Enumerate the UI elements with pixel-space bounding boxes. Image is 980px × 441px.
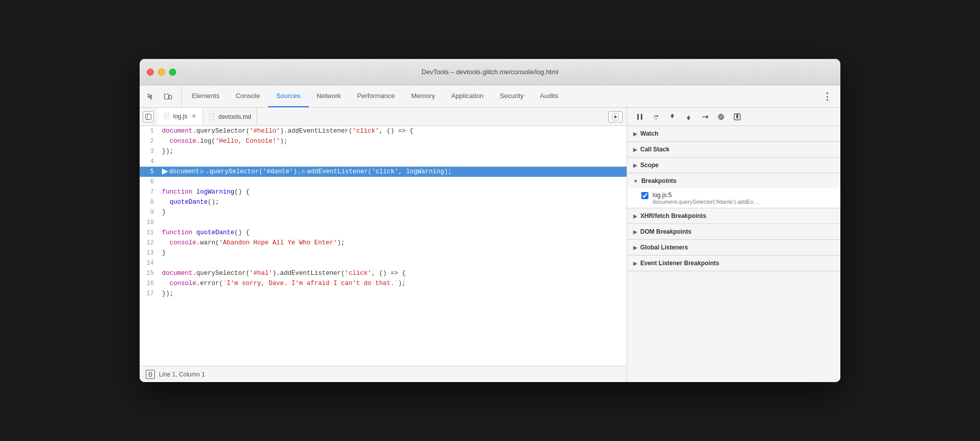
- file-tab-close[interactable]: ✕: [190, 113, 198, 120]
- chevron-right-icon-4: ▶: [633, 213, 637, 219]
- debug-toolbar: [627, 108, 840, 126]
- svg-marker-5: [614, 115, 617, 118]
- svg-rect-2: [146, 114, 151, 119]
- tab-audits[interactable]: Audits: [532, 85, 566, 107]
- code-editor[interactable]: 1 document.querySelector('#hello').addEv…: [140, 126, 627, 366]
- format-icon[interactable]: {}: [146, 370, 155, 379]
- section-breakpoints-label: Breakpoints: [641, 177, 676, 184]
- cursor-position: Line 1, Column 1: [159, 371, 205, 378]
- more-tabs-button[interactable]: ⋮: [820, 89, 834, 104]
- tabs-bar: Elements Console Sources Network Perform…: [140, 85, 840, 108]
- code-line-6: 6: [140, 177, 627, 187]
- panel-toggle-button[interactable]: [143, 111, 154, 122]
- section-scope-label: Scope: [640, 162, 659, 169]
- section-breakpoints-header[interactable]: ▼ Breakpoints: [627, 173, 840, 188]
- tab-console[interactable]: Console: [227, 85, 268, 107]
- step-button[interactable]: [698, 110, 711, 123]
- step-into-button[interactable]: [666, 110, 679, 123]
- breakpoint-info: log.js:5 document.querySelector('#dante'…: [652, 192, 759, 205]
- code-line-2: 2 console.log('Hello, Console!');: [140, 136, 627, 146]
- svg-rect-6: [637, 114, 639, 120]
- section-call-stack-header[interactable]: ▶ Call Stack: [627, 142, 840, 157]
- section-global-header[interactable]: ▶ Global Listeners: [627, 240, 840, 255]
- tab-application[interactable]: Application: [443, 85, 492, 107]
- section-scope-header[interactable]: ▶ Scope: [627, 158, 840, 173]
- file-tab-label: log.js: [173, 113, 187, 120]
- section-xhr-breakpoints: ▶ XHR/fetch Breakpoints: [627, 208, 840, 224]
- traffic-lights: [140, 69, 176, 76]
- tab-memory[interactable]: Memory: [403, 85, 443, 107]
- pause-resume-button[interactable]: [633, 110, 646, 123]
- section-watch: ▶ Watch: [627, 126, 840, 142]
- svg-rect-11: [672, 114, 673, 116]
- file-tabs-bar: 📄 log.js ✕ 📄 devtools.md: [140, 108, 627, 126]
- section-scope: ▶ Scope: [627, 158, 840, 173]
- minimize-button[interactable]: [158, 69, 165, 76]
- section-breakpoints: ▼ Breakpoints log.js:5 document.querySel…: [627, 173, 840, 208]
- devtools-body: 📄 log.js ✕ 📄 devtools.md: [140, 108, 840, 382]
- devtools-window: DevTools – devtools.glitch.me/console/lo…: [140, 59, 840, 382]
- breakpoint-location: log.js:5: [652, 192, 759, 199]
- maximize-button[interactable]: [169, 69, 176, 76]
- code-line-5: 5 document.querySelector('#dante').addEv…: [140, 167, 627, 177]
- file-tab-devtoolsmd[interactable]: 📄 devtools.md: [203, 108, 257, 125]
- chevron-right-icon-6: ▶: [633, 245, 637, 250]
- tab-elements[interactable]: Elements: [184, 85, 227, 107]
- code-line-7: 7 function logWarning() {: [140, 187, 627, 197]
- tab-performance[interactable]: Performance: [349, 85, 403, 107]
- pause-on-exceptions-button[interactable]: [731, 110, 744, 123]
- file-tab-logjs[interactable]: 📄 log.js ✕: [158, 108, 203, 125]
- breakpoint-code: document.querySelector('#dante').addEv…: [652, 199, 759, 205]
- file-tab-label-md: devtools.md: [218, 113, 251, 120]
- section-event-listener-header[interactable]: ▶ Event Listener Breakpoints: [627, 256, 840, 271]
- section-global-label: Global Listeners: [640, 244, 688, 251]
- code-line-1: 1 document.querySelector('#hello').addEv…: [140, 126, 627, 136]
- svg-rect-20: [736, 114, 738, 118]
- right-panel-content: ▶ Watch ▶ Call Stack ▶ Scope: [627, 126, 840, 382]
- chevron-right-icon-3: ▶: [633, 163, 637, 168]
- deactivate-breakpoints-button[interactable]: [714, 110, 728, 123]
- run-snippet-button[interactable]: [608, 111, 623, 122]
- section-dom-header[interactable]: ▶ DOM Breakpoints: [627, 224, 840, 239]
- step-over-button[interactable]: [649, 110, 663, 123]
- select-element-button[interactable]: [144, 89, 158, 104]
- section-event-listener-label: Event Listener Breakpoints: [640, 260, 719, 267]
- file-icon-md: 📄: [208, 113, 215, 120]
- chevron-right-icon-2: ▶: [633, 147, 637, 152]
- tab-tools-left: [144, 85, 182, 107]
- chevron-right-icon-7: ▶: [633, 261, 637, 266]
- window-title: DevTools – devtools.glitch.me/console/lo…: [421, 68, 559, 76]
- section-global-listeners: ▶ Global Listeners: [627, 240, 840, 256]
- section-watch-label: Watch: [640, 130, 659, 137]
- breakpoint-item-1: log.js:5 document.querySelector('#dante'…: [627, 188, 840, 208]
- code-line-9: 9 }: [140, 207, 627, 217]
- tab-security[interactable]: Security: [492, 85, 532, 107]
- tab-network[interactable]: Network: [309, 85, 349, 107]
- section-call-stack: ▶ Call Stack: [627, 142, 840, 158]
- step-out-button[interactable]: [682, 110, 695, 123]
- svg-rect-7: [641, 114, 642, 120]
- device-toggle-button[interactable]: [161, 89, 175, 104]
- code-line-14: 14: [140, 258, 627, 268]
- close-button[interactable]: [147, 69, 154, 76]
- code-line-16: 16 console.error(`I'm sorry, Dave. I'm a…: [140, 278, 627, 289]
- breakpoints-list: log.js:5 document.querySelector('#dante'…: [627, 188, 840, 208]
- chevron-right-icon-5: ▶: [633, 229, 637, 235]
- section-call-stack-label: Call Stack: [640, 146, 669, 153]
- tabs-right: ⋮: [820, 85, 836, 107]
- svg-rect-0: [165, 94, 169, 99]
- code-line-15: 15 document.querySelector('#hal').addEve…: [140, 268, 627, 278]
- tab-sources[interactable]: Sources: [268, 85, 309, 107]
- chevron-down-icon: ▼: [633, 178, 638, 184]
- svg-rect-1: [169, 96, 172, 99]
- section-event-listener-breakpoints: ▶ Event Listener Breakpoints: [627, 256, 840, 271]
- section-xhr-header[interactable]: ▶ XHR/fetch Breakpoints: [627, 208, 840, 224]
- section-xhr-label: XHR/fetch Breakpoints: [640, 212, 706, 219]
- code-line-4: 4: [140, 156, 627, 167]
- file-icon-js: 📄: [163, 113, 170, 119]
- section-watch-header[interactable]: ▶ Watch: [627, 126, 840, 141]
- code-line-11: 11 function quoteDante() {: [140, 228, 627, 238]
- code-line-8: 8 quoteDante();: [140, 197, 627, 207]
- breakpoint-checkbox[interactable]: [641, 192, 648, 199]
- tabs-list: Elements Console Sources Network Perform…: [184, 85, 820, 107]
